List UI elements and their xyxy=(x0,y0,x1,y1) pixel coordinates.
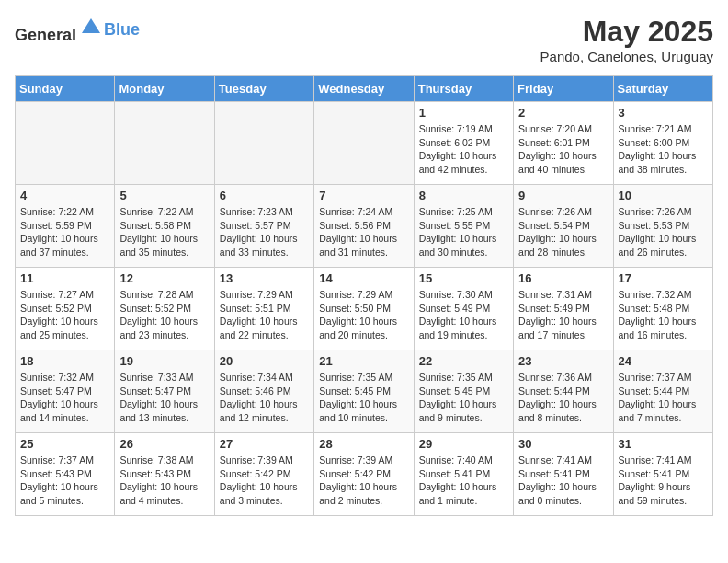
calendar-cell: 14Sunrise: 7:29 AMSunset: 5:50 PMDayligh… xyxy=(314,268,414,350)
calendar-cell: 13Sunrise: 7:29 AMSunset: 5:51 PMDayligh… xyxy=(214,268,313,350)
calendar-week-4: 18Sunrise: 7:32 AMSunset: 5:47 PMDayligh… xyxy=(16,350,713,433)
day-info: Sunrise: 7:22 AMSunset: 5:59 PMDaylight:… xyxy=(20,205,109,259)
day-info: Sunrise: 7:29 AMSunset: 5:51 PMDaylight:… xyxy=(220,288,309,342)
calendar-cell xyxy=(214,102,313,185)
calendar-week-5: 25Sunrise: 7:37 AMSunset: 5:43 PMDayligh… xyxy=(16,433,713,516)
calendar-cell: 18Sunrise: 7:32 AMSunset: 5:47 PMDayligh… xyxy=(16,350,115,433)
day-number: 15 xyxy=(419,271,508,285)
day-number: 29 xyxy=(419,437,508,451)
day-header-monday: Monday xyxy=(115,76,214,102)
day-number: 4 xyxy=(20,189,109,202)
calendar-cell: 6Sunrise: 7:23 AMSunset: 5:57 PMDaylight… xyxy=(214,185,313,268)
day-number: 25 xyxy=(20,437,109,451)
day-info: Sunrise: 7:21 AMSunset: 6:00 PMDaylight:… xyxy=(619,122,708,177)
logo: General Blue xyxy=(15,15,140,45)
calendar-cell: 9Sunrise: 7:26 AMSunset: 5:54 PMDaylight… xyxy=(514,185,613,268)
day-number: 20 xyxy=(220,354,309,368)
day-number: 18 xyxy=(20,354,109,368)
calendar-cell: 30Sunrise: 7:41 AMSunset: 5:41 PMDayligh… xyxy=(514,433,613,516)
day-number: 17 xyxy=(619,271,708,285)
calendar-cell: 1Sunrise: 7:19 AMSunset: 6:02 PMDaylight… xyxy=(414,102,513,185)
day-number: 8 xyxy=(419,189,508,202)
day-info: Sunrise: 7:37 AMSunset: 5:44 PMDaylight:… xyxy=(619,371,708,425)
day-number: 2 xyxy=(518,106,608,120)
day-number: 5 xyxy=(119,189,209,202)
day-header-thursday: Thursday xyxy=(414,76,513,102)
day-number: 21 xyxy=(319,354,408,368)
calendar-cell: 5Sunrise: 7:22 AMSunset: 5:58 PMDaylight… xyxy=(115,185,214,268)
calendar-cell: 12Sunrise: 7:28 AMSunset: 5:52 PMDayligh… xyxy=(115,268,214,350)
day-info: Sunrise: 7:19 AMSunset: 6:02 PMDaylight:… xyxy=(419,122,508,177)
day-info: Sunrise: 7:39 AMSunset: 5:42 PMDaylight:… xyxy=(220,454,309,508)
location: Pando, Canelones, Uruguay xyxy=(540,49,713,64)
calendar-cell: 17Sunrise: 7:32 AMSunset: 5:48 PMDayligh… xyxy=(613,268,712,350)
day-info: Sunrise: 7:35 AMSunset: 5:45 PMDaylight:… xyxy=(419,371,508,425)
calendar-cell xyxy=(16,102,115,185)
day-info: Sunrise: 7:40 AMSunset: 5:41 PMDaylight:… xyxy=(419,454,508,508)
day-number: 22 xyxy=(419,354,508,368)
day-header-wednesday: Wednesday xyxy=(314,76,414,102)
logo-blue: Blue xyxy=(104,20,140,39)
calendar-cell: 27Sunrise: 7:39 AMSunset: 5:42 PMDayligh… xyxy=(214,433,313,516)
day-info: Sunrise: 7:41 AMSunset: 5:41 PMDaylight:… xyxy=(619,454,708,508)
day-info: Sunrise: 7:24 AMSunset: 5:56 PMDaylight:… xyxy=(319,205,408,259)
calendar-cell: 16Sunrise: 7:31 AMSunset: 5:49 PMDayligh… xyxy=(514,268,613,350)
calendar-cell: 23Sunrise: 7:36 AMSunset: 5:44 PMDayligh… xyxy=(514,350,613,433)
day-info: Sunrise: 7:28 AMSunset: 5:52 PMDaylight:… xyxy=(119,288,209,342)
page-header: General Blue May 2025 Pando, Canelones, … xyxy=(15,15,713,64)
day-info: Sunrise: 7:36 AMSunset: 5:44 PMDaylight:… xyxy=(518,371,608,425)
day-info: Sunrise: 7:35 AMSunset: 5:45 PMDaylight:… xyxy=(319,371,408,425)
title-block: May 2025 Pando, Canelones, Uruguay xyxy=(540,15,713,64)
calendar-cell xyxy=(314,102,414,185)
day-info: Sunrise: 7:33 AMSunset: 5:47 PMDaylight:… xyxy=(119,371,209,425)
day-header-friday: Friday xyxy=(514,76,613,102)
day-info: Sunrise: 7:29 AMSunset: 5:50 PMDaylight:… xyxy=(319,288,408,342)
calendar-cell: 3Sunrise: 7:21 AMSunset: 6:00 PMDaylight… xyxy=(613,102,712,185)
day-header-tuesday: Tuesday xyxy=(214,76,313,102)
day-info: Sunrise: 7:34 AMSunset: 5:46 PMDaylight:… xyxy=(220,371,309,425)
calendar-cell: 7Sunrise: 7:24 AMSunset: 5:56 PMDaylight… xyxy=(314,185,414,268)
calendar-cell: 8Sunrise: 7:25 AMSunset: 5:55 PMDaylight… xyxy=(414,185,513,268)
calendar-cell: 22Sunrise: 7:35 AMSunset: 5:45 PMDayligh… xyxy=(414,350,513,433)
day-number: 14 xyxy=(319,271,408,285)
day-info: Sunrise: 7:39 AMSunset: 5:42 PMDaylight:… xyxy=(319,454,408,508)
day-info: Sunrise: 7:27 AMSunset: 5:52 PMDaylight:… xyxy=(20,288,109,342)
day-info: Sunrise: 7:37 AMSunset: 5:43 PMDaylight:… xyxy=(20,454,109,508)
day-info: Sunrise: 7:30 AMSunset: 5:49 PMDaylight:… xyxy=(419,288,508,342)
calendar-week-2: 4Sunrise: 7:22 AMSunset: 5:59 PMDaylight… xyxy=(16,185,713,268)
day-info: Sunrise: 7:31 AMSunset: 5:49 PMDaylight:… xyxy=(518,288,608,342)
calendar-cell: 2Sunrise: 7:20 AMSunset: 6:01 PMDaylight… xyxy=(514,102,613,185)
day-info: Sunrise: 7:25 AMSunset: 5:55 PMDaylight:… xyxy=(419,205,508,259)
calendar-cell: 28Sunrise: 7:39 AMSunset: 5:42 PMDayligh… xyxy=(314,433,414,516)
logo-blue-text: Blue xyxy=(104,20,140,40)
day-info: Sunrise: 7:20 AMSunset: 6:01 PMDaylight:… xyxy=(518,122,608,177)
day-number: 27 xyxy=(220,437,309,451)
day-number: 3 xyxy=(619,106,708,120)
day-number: 30 xyxy=(518,437,608,451)
day-number: 7 xyxy=(319,189,408,202)
day-info: Sunrise: 7:38 AMSunset: 5:43 PMDaylight:… xyxy=(119,454,209,508)
calendar-cell: 11Sunrise: 7:27 AMSunset: 5:52 PMDayligh… xyxy=(16,268,115,350)
day-info: Sunrise: 7:22 AMSunset: 5:58 PMDaylight:… xyxy=(119,205,209,259)
calendar-table: SundayMondayTuesdayWednesdayThursdayFrid… xyxy=(15,75,713,516)
day-number: 6 xyxy=(220,189,309,202)
day-number: 28 xyxy=(319,437,408,451)
day-number: 19 xyxy=(119,354,209,368)
day-number: 31 xyxy=(619,437,708,451)
calendar-cell: 15Sunrise: 7:30 AMSunset: 5:49 PMDayligh… xyxy=(414,268,513,350)
calendar-cell: 21Sunrise: 7:35 AMSunset: 5:45 PMDayligh… xyxy=(314,350,414,433)
svg-marker-0 xyxy=(82,18,100,33)
day-number: 10 xyxy=(619,189,708,202)
month-year: May 2025 xyxy=(540,15,713,49)
day-header-sunday: Sunday xyxy=(16,76,115,102)
day-header-saturday: Saturday xyxy=(613,76,712,102)
calendar-cell xyxy=(115,102,214,185)
calendar-header-row: SundayMondayTuesdayWednesdayThursdayFrid… xyxy=(16,76,713,102)
day-number: 1 xyxy=(419,106,508,120)
day-number: 11 xyxy=(20,271,109,285)
day-number: 13 xyxy=(220,271,309,285)
day-info: Sunrise: 7:32 AMSunset: 5:47 PMDaylight:… xyxy=(20,371,109,425)
day-info: Sunrise: 7:26 AMSunset: 5:54 PMDaylight:… xyxy=(518,205,608,259)
day-info: Sunrise: 7:41 AMSunset: 5:41 PMDaylight:… xyxy=(518,454,608,508)
calendar-cell: 29Sunrise: 7:40 AMSunset: 5:41 PMDayligh… xyxy=(414,433,513,516)
